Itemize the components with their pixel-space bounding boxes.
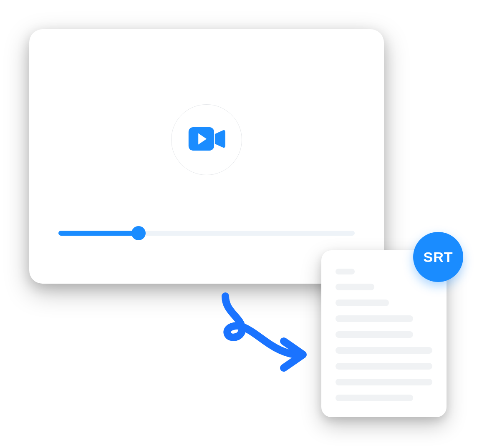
doc-line [336, 300, 389, 306]
doc-line [336, 331, 413, 338]
doc-line [336, 363, 432, 370]
srt-badge: SRT [413, 232, 463, 282]
conversion-arrow-icon [200, 292, 309, 375]
doc-line [336, 347, 432, 354]
subtitle-document: SRT [321, 250, 447, 417]
progress-bar[interactable] [58, 231, 355, 236]
doc-line [336, 379, 432, 385]
srt-badge-label: SRT [424, 249, 453, 265]
progress-fill [58, 231, 139, 236]
video-camera-icon [188, 126, 225, 154]
play-button[interactable] [171, 104, 242, 175]
doc-line [336, 395, 413, 401]
progress-handle[interactable] [131, 226, 146, 240]
video-player-card [29, 29, 384, 284]
doc-line [336, 315, 413, 322]
doc-line [336, 269, 355, 274]
doc-line [336, 284, 374, 290]
